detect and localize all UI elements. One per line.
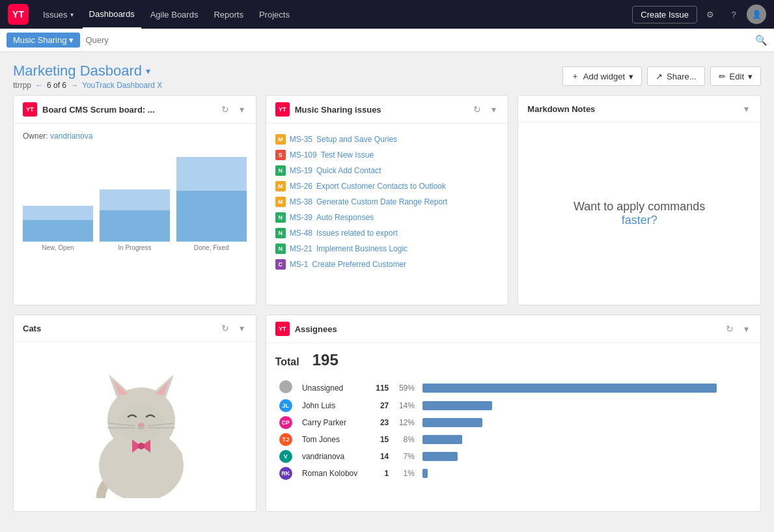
issue-id[interactable]: MS-21 [290,244,312,253]
assignee-bar [422,401,747,410]
nav-dashboards[interactable]: Dashboards [83,0,141,29]
issue-title[interactable]: Generate Custom Date Range Report [316,197,447,206]
board-collapse-button[interactable]: ▾ [237,103,247,116]
next-dashboard-arrow[interactable]: → [70,81,78,90]
bar-group: In Progress [100,189,170,251]
list-item: NMS-21Implement Business Logic [275,241,499,257]
bar-container [176,157,247,242]
assignee-bar [422,384,747,393]
search-input[interactable] [80,35,755,45]
dashboard-title-area: Marketing Dasboard ▾ ttrrpp ← 6 of 6 → Y… [13,63,162,90]
assignee-bar-cell [419,465,751,482]
assignees-widget-icon: YT [275,322,290,336]
owner-link[interactable]: vandrianova [50,132,92,141]
issue-id[interactable]: MS-109 [290,150,317,160]
list-item: CMS-1Create Preferred Customer [275,257,499,272]
issues-refresh-button[interactable]: ↻ [471,103,484,116]
assignee-name: Roman Kolobov [298,465,370,482]
assignee-bar [422,435,747,444]
bar-label: Done, Fixed [194,244,229,251]
issue-id[interactable]: MS-35 [290,135,312,144]
edit-dropdown-icon: ▾ [748,72,753,81]
share-button[interactable]: ↗ Share... [647,66,705,86]
nav-agile-boards[interactable]: Agile Boards [144,0,205,29]
table-row: Vvandrianova147% [275,448,751,465]
list-item: SMS-109Test New Issue [275,147,499,163]
edit-button[interactable]: ✏ Edit ▾ [710,66,761,86]
issue-title[interactable]: Issues related to export [316,229,398,238]
issue-title[interactable]: Quick Add Contact [316,166,381,175]
issues-collapse-button[interactable]: ▾ [489,103,499,116]
issue-id[interactable]: MS-39 [290,213,312,222]
markdown-collapse-button[interactable]: ▾ [741,102,751,115]
board-widget-body: Owner: vandrianova New, OpenIn ProgressD… [14,124,256,259]
owner-label: Owner: vandrianova [23,132,247,141]
search-bar: Music Sharing ▾ 🔍 [0,29,774,52]
issue-badge: S [275,150,286,160]
prev-dashboard-arrow[interactable]: ← [35,81,43,90]
issue-title[interactable]: Auto Responses [316,213,374,222]
add-widget-button[interactable]: ＋ Add widget ▾ [562,66,642,86]
avatar: V [279,450,292,463]
assignee-pct: 8% [393,431,419,448]
project-dropdown-arrow: ▾ [69,35,74,45]
issue-id[interactable]: MS-19 [290,166,312,175]
issue-title[interactable]: Create Preferred Customer [312,260,406,269]
issue-id[interactable]: MS-38 [290,197,312,206]
cats-refresh-button[interactable]: ↻ [219,322,232,335]
assignees-collapse-button[interactable]: ▾ [741,322,751,335]
bar [100,189,170,242]
issues-dropdown-arrow: ▾ [70,11,74,18]
assignee-name: John Luis [298,397,370,414]
assignee-pct: 12% [393,414,419,431]
bar [176,157,247,242]
user-avatar[interactable]: 👤 [747,5,766,24]
assignees-refresh-button[interactable]: ↻ [723,322,736,335]
bar-chart: New, OpenIn ProgressDone, Fixed [23,147,247,251]
avatar: JL [279,399,292,412]
markdown-body: Want to apply commands faster? [518,122,760,305]
board-refresh-button[interactable]: ↻ [219,103,232,116]
help-icon[interactable]: ? [723,4,744,25]
assignee-bar [422,418,747,427]
assignee-pct: 1% [393,465,419,482]
nav-reports[interactable]: Reports [207,0,250,29]
table-row: RKRoman Kolobov11% [275,465,751,482]
issue-title[interactable]: Test New Issue [321,150,374,160]
bar-container [100,189,170,242]
header-actions: ＋ Add widget ▾ ↗ Share... ✏ Edit ▾ [562,66,761,86]
issue-id[interactable]: MS-1 [290,260,309,269]
cats-collapse-button[interactable]: ▾ [237,322,247,335]
assignee-bar-cell [419,378,751,397]
assignee-name: Carry Parker [298,414,370,431]
issue-title[interactable]: Implement Business Logic [316,244,408,253]
avatar: CP [279,416,292,429]
project-filter-button[interactable]: Music Sharing ▾ [7,33,80,48]
nav-projects[interactable]: Projects [253,0,296,29]
assignee-name: Unassigned [298,378,370,397]
dashboard-title[interactable]: Marketing Dasboard ▾ [13,63,162,79]
create-issue-button[interactable]: Create Issue [632,6,697,23]
issue-title[interactable]: Export Customer Contacts to Outlook [316,182,446,191]
svg-point-13 [164,441,177,455]
assignee-pct: 7% [393,448,419,465]
nav-issues[interactable]: Issues ▾ [36,0,80,29]
assignee-name: vandrianova [298,448,370,465]
yt-logo[interactable]: YT [8,4,29,25]
assignee-count: 23 [370,414,393,431]
cat-illustration [14,342,256,511]
assignees-widget-header: YT Assignees ↻ ▾ [266,315,760,343]
list-item: MMS-26Export Customer Contacts to Outloo… [275,178,499,194]
issue-badge: M [275,134,286,145]
issue-id[interactable]: MS-26 [290,182,312,191]
dashboard-header: Marketing Dasboard ▾ ttrrpp ← 6 of 6 → Y… [13,63,761,90]
issue-title[interactable]: Setup and Save Quries [316,135,397,144]
issue-id[interactable]: MS-48 [290,229,312,238]
bar-label: In Progress [118,244,151,251]
settings-icon[interactable]: ⚙ [700,4,721,25]
assignee-count: 115 [370,378,393,397]
bar-group: New, Open [23,206,93,251]
dashboard-meta: ttrrpp ← 6 of 6 → YouTrack Dashboard X [13,81,162,90]
assignee-bar-cell [419,448,751,465]
bar-label: New, Open [42,244,74,251]
